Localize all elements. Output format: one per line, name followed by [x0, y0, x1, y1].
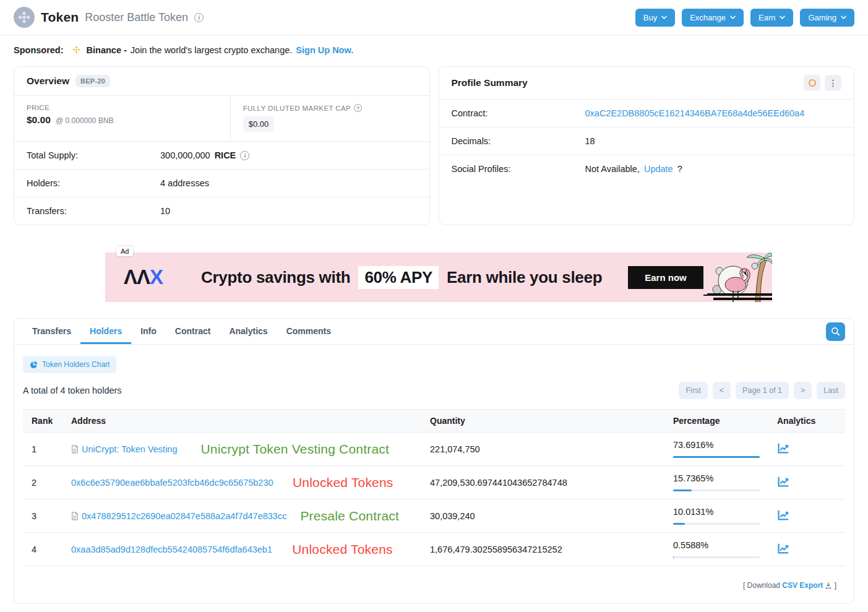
- decimals-row: Decimals: 18: [439, 127, 854, 155]
- csv-suffix: ]: [832, 581, 836, 590]
- holder-address-cell: UniCrypt: Token VestingUnicrypt Token Ve…: [62, 433, 421, 466]
- tab-transfers[interactable]: Transfers: [23, 319, 80, 344]
- sponsored-bar: Sponsored: Binance - Join the world's la…: [0, 35, 868, 64]
- token-info-icon[interactable]: i: [194, 13, 204, 22]
- ad-banner[interactable]: ΛΛX Crypto savings with 60% APY Earn whi…: [105, 252, 772, 302]
- token-holders-chart-button[interactable]: Token Holders Chart: [23, 356, 116, 373]
- decimals-label: Decimals:: [452, 136, 585, 146]
- question-circle-icon[interactable]: ?: [354, 104, 362, 112]
- bep20-badge: BEP-20: [75, 75, 110, 87]
- social-label: Social Profiles:: [452, 164, 585, 174]
- holder-percentage: 0.5588%: [673, 540, 760, 550]
- holder-address-link[interactable]: 0xaa3d85ad9d128dfecb55424085754f6dfa643e…: [71, 545, 272, 554]
- tab-analytics[interactable]: Analytics: [220, 319, 277, 344]
- percentage-bar-fill: [673, 523, 685, 525]
- holder-address-link[interactable]: 0x478829512c2690ea02847e588a2a4f7d47e833…: [71, 511, 286, 521]
- contract-row: Contract: 0xaC2E2DB8805cE16214346BA7E68a…: [439, 100, 854, 127]
- sponsored-brand: Binance -: [87, 45, 127, 55]
- overview-value-text: 300,000,000: [160, 150, 210, 160]
- pagination: First<Page 1 of 1>Last: [679, 382, 845, 399]
- more-options-button[interactable]: ⋮: [825, 75, 841, 91]
- page: Token Rooster Battle Token i BuyExchange…: [0, 0, 868, 604]
- percentage-bar: [673, 489, 760, 491]
- chart-line-icon: [777, 476, 789, 488]
- chevron-down-icon: [661, 15, 667, 19]
- holder-percentage-cell: 10.0131%: [664, 499, 768, 533]
- holder-row: 40xaa3d85ad9d128dfecb55424085754f6dfa643…: [23, 533, 845, 566]
- header-button-label: Exchange: [690, 13, 726, 22]
- csv-prefix: [ Download: [743, 581, 782, 590]
- overview-row-value: 300,000,000RICEi: [160, 150, 249, 160]
- percentage-bar-fill: [673, 489, 692, 491]
- holders-card: TransfersHoldersInfoContractAnalyticsCom…: [14, 318, 854, 604]
- holder-percentage: 73.6916%: [673, 440, 760, 450]
- holder-annotation: Unlocked Tokens: [272, 542, 413, 557]
- column-header-percentage: Percentage: [664, 410, 768, 433]
- pagination-last[interactable]: Last: [817, 382, 845, 399]
- percentage-bar: [673, 523, 760, 525]
- overview-card-header: Overview BEP-20: [14, 67, 429, 96]
- reminder-button[interactable]: [804, 75, 820, 91]
- tab-info[interactable]: Info: [131, 319, 166, 344]
- holder-address-cell: 0x478829512c2690ea02847e588a2a4f7d47e833…: [62, 499, 421, 533]
- holder-address-link[interactable]: UniCrypt: Token Vesting: [71, 444, 177, 454]
- chart-line-icon: [777, 543, 789, 554]
- holder-rank: 1: [23, 433, 62, 466]
- ad-headline-1: Crypto savings with: [201, 268, 350, 287]
- holder-analytics-link[interactable]: [777, 509, 789, 521]
- profile-title: Profile Summary: [452, 77, 528, 88]
- address-wrap: 0x478829512c2690ea02847e588a2a4f7d47e833…: [71, 509, 413, 524]
- social-value: Not Available,: [585, 164, 640, 174]
- marketcap-value: $0.00: [243, 116, 275, 132]
- address-wrap: 0x6c6e35790eae6bbafe5203fcb46dc9c65675b2…: [71, 475, 413, 490]
- more-vertical-icon: ⋮: [829, 79, 838, 87]
- holders-body: Token Holders Chart A total of 4 token h…: [14, 345, 854, 603]
- sponsored-text: Join the world's largest crypto exchange…: [131, 45, 293, 55]
- marketcap-block: FULLY DILUTED MARKET CAP ? $0.00: [230, 96, 429, 141]
- header-button-label: Buy: [643, 13, 657, 22]
- holder-analytics-link[interactable]: [777, 442, 789, 454]
- holder-row: 1UniCrypt: Token VestingUnicrypt Token V…: [23, 433, 845, 466]
- holder-analytics-cell: [768, 499, 845, 533]
- tab-holders[interactable]: Holders: [80, 319, 131, 344]
- csv-export-link[interactable]: CSV Export: [782, 581, 823, 590]
- earn-now-button[interactable]: Earn now: [628, 266, 703, 289]
- pagination-first[interactable]: First: [679, 382, 707, 399]
- header-button-exchange[interactable]: Exchange: [682, 9, 744, 27]
- chart-line-icon: [777, 442, 789, 454]
- price-value: $0.00: [27, 114, 51, 125]
- contract-address-link[interactable]: 0xaC2E2DB8805cE16214346BA7E68a4de56EEd60…: [585, 108, 805, 118]
- pagination-page-indicator[interactable]: Page 1 of 1: [736, 382, 789, 399]
- social-profiles-row: Social Profiles: Not Available, Update ?: [439, 155, 854, 183]
- overview-title: Overview: [27, 75, 69, 87]
- holder-analytics-link[interactable]: [777, 543, 789, 554]
- social-update-link[interactable]: Update: [644, 164, 673, 174]
- overview-row-label: Total Supply:: [27, 150, 160, 160]
- overview-value-text: 10: [160, 206, 170, 216]
- search-button[interactable]: [826, 322, 845, 341]
- holder-address-link[interactable]: 0x6c6e35790eae6bbafe5203fcb46dc9c65675b2…: [71, 478, 273, 488]
- header-button-earn[interactable]: Earn: [750, 9, 793, 27]
- tab-comments[interactable]: Comments: [277, 319, 340, 344]
- pagination-next[interactable]: >: [794, 382, 812, 399]
- pagination-prev[interactable]: <: [713, 382, 731, 399]
- holder-row: 30x478829512c2690ea02847e588a2a4f7d47e83…: [23, 499, 845, 533]
- cards-row: Overview BEP-20 PRICE $0.00 @ 0.000000 B…: [14, 66, 854, 225]
- overview-row-0: Total Supply:300,000,000RICEi: [14, 142, 429, 170]
- page-title: Token: [41, 10, 79, 25]
- holder-rank: 2: [23, 466, 62, 499]
- overview-row-value: 4 addresses: [160, 178, 209, 188]
- price-block: PRICE $0.00 @ 0.000000 BNB: [14, 96, 230, 141]
- holders-table-header: RankAddressQuantityPercentageAnalytics: [23, 410, 845, 433]
- header-button-gaming[interactable]: Gaming: [800, 9, 854, 27]
- token-logo-icon: [14, 7, 35, 28]
- document-icon: [71, 445, 79, 454]
- info-icon[interactable]: i: [240, 151, 249, 160]
- overview-value-suffix: RICE: [215, 150, 236, 160]
- signup-now-link[interactable]: Sign Up Now.: [296, 45, 353, 55]
- holder-analytics-cell: [768, 433, 845, 466]
- header-button-buy[interactable]: Buy: [635, 9, 675, 27]
- decimals-value: 18: [585, 136, 595, 146]
- tab-contract[interactable]: Contract: [166, 319, 220, 344]
- holder-analytics-link[interactable]: [777, 476, 789, 488]
